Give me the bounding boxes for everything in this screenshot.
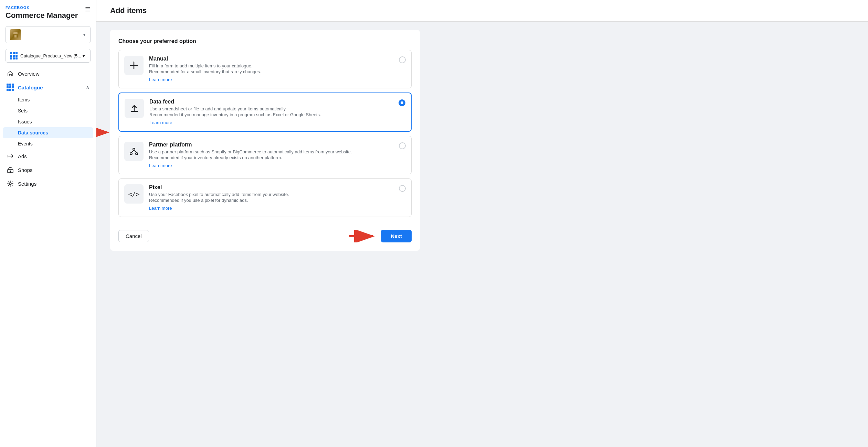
catalogue-sub-nav: Items Sets Issues Data sources Events [0, 94, 96, 149]
sidebar-brand-block: FACEBOOK Commerce Manager [6, 6, 78, 20]
catalogue-selector[interactable]: Catalogue_Products_New (5... ▼ [6, 49, 91, 63]
sidebar-item-shops-label: Shops [18, 167, 33, 173]
svg-rect-4 [10, 171, 11, 173]
manual-title: Manual [149, 56, 395, 62]
option-data-feed[interactable]: Data feed Use a spreadsheet or file to a… [118, 92, 412, 132]
manual-content: Manual Fill in a form to add multiple it… [149, 56, 395, 83]
sidebar-item-overview[interactable]: Overview [0, 67, 96, 80]
card-footer: Cancel Next [118, 224, 412, 242]
data-feed-radio[interactable] [399, 99, 405, 106]
footer-right: Next [349, 230, 412, 242]
partner-platform-learn-more[interactable]: Learn more [149, 163, 172, 168]
catalogue-grid-icon [10, 52, 18, 59]
main-content: Add items Choose your preferred option [96, 0, 868, 447]
catalogue-expand-icon: ∧ [86, 85, 89, 90]
catalogue-chevron: ▼ [81, 53, 86, 58]
svg-line-15 [134, 150, 137, 153]
sidebar-item-ads[interactable]: Ads [0, 149, 96, 163]
data-feed-rec: Recommended if you manage inventory in a… [149, 112, 394, 117]
page-title: Add items [110, 6, 854, 15]
app-title: Commerce Manager [6, 11, 78, 20]
catalogue-icon [7, 84, 14, 91]
shop-chevron: ▼ [83, 33, 86, 37]
manual-rec: Recommended for a small inventory that r… [149, 69, 395, 74]
sidebar: FACEBOOK Commerce Manager ☰ ▼ Cata [0, 0, 96, 447]
card-subtitle: Choose your preferred option [118, 38, 412, 44]
svg-point-13 [136, 153, 138, 155]
option-pixel[interactable]: </> Pixel Use your Facebook pixel to aut… [118, 178, 412, 217]
manual-icon [124, 56, 144, 75]
partner-platform-desc: Use a partner platform such as Shopify o… [149, 149, 395, 154]
data-feed-learn-more[interactable]: Learn more [149, 120, 172, 125]
shop-thumbnail-icon [12, 31, 19, 38]
sidebar-sub-issues[interactable]: Issues [0, 116, 96, 127]
pixel-rec: Recommended if you use a pixel for dynam… [149, 198, 395, 203]
next-arrow-svg [349, 230, 377, 242]
pixel-icon: </> [124, 184, 144, 204]
pixel-desc: Use your Facebook pixel to automatically… [149, 192, 395, 197]
manual-learn-more[interactable]: Learn more [149, 77, 172, 82]
pixel-content: Pixel Use your Facebook pixel to automat… [149, 184, 395, 211]
manual-desc: Fill in a form to add multiple items to … [149, 63, 395, 68]
data-feed-icon [125, 99, 144, 118]
svg-line-14 [131, 150, 134, 153]
main-body: Choose your preferred option [96, 22, 868, 447]
hamburger-icon[interactable]: ☰ [85, 6, 91, 13]
sidebar-item-shops[interactable]: Shops [0, 163, 96, 177]
cancel-button[interactable]: Cancel [118, 230, 149, 242]
options-container: Manual Fill in a form to add multiple it… [118, 50, 412, 217]
options-card: Choose your preferred option [110, 30, 420, 251]
sidebar-item-ads-label: Ads [18, 153, 27, 159]
svg-point-11 [133, 148, 135, 150]
svg-rect-2 [14, 35, 17, 37]
shops-icon [7, 166, 14, 173]
sidebar-item-settings[interactable]: Settings [0, 177, 96, 190]
next-button[interactable]: Next [381, 230, 412, 242]
pixel-learn-more[interactable]: Learn more [149, 206, 172, 211]
settings-icon [7, 180, 14, 187]
pixel-icon-text: </> [128, 190, 140, 198]
shop-selector[interactable]: ▼ [6, 26, 91, 43]
sidebar-sub-sets[interactable]: Sets [0, 105, 96, 116]
option-manual[interactable]: Manual Fill in a form to add multiple it… [118, 50, 412, 88]
shop-selector-inner [10, 29, 21, 40]
catalogue-selector-inner: Catalogue_Products_New (5... [10, 52, 81, 59]
arrow-svg [96, 126, 112, 139]
svg-rect-1 [13, 32, 18, 34]
pixel-radio[interactable] [399, 185, 406, 192]
data-feed-content: Data feed Use a spreadsheet or file to a… [149, 99, 394, 126]
svg-point-12 [130, 153, 132, 155]
partner-platform-title: Partner platform [149, 142, 395, 148]
home-icon [7, 70, 14, 77]
sidebar-sub-events[interactable]: Events [0, 138, 96, 149]
arrow-indicator [96, 126, 112, 139]
sidebar-sub-data-sources[interactable]: Data sources [3, 127, 93, 138]
sidebar-item-settings-label: Settings [18, 181, 36, 187]
data-feed-desc: Use a spreadsheet or file to add and upd… [149, 106, 394, 111]
sidebar-sub-items[interactable]: Items [0, 94, 96, 105]
partner-platform-icon [124, 142, 144, 161]
catalogue-label: Catalogue_Products_New (5... [20, 53, 81, 58]
sidebar-header: FACEBOOK Commerce Manager ☰ [0, 6, 96, 23]
partner-platform-radio[interactable] [399, 142, 406, 149]
sidebar-item-overview-label: Overview [18, 71, 40, 77]
shop-thumbnail [10, 29, 21, 40]
sidebar-nav: Overview Catalogue ∧ Items Sets Issues D… [0, 67, 96, 441]
data-feed-title: Data feed [149, 99, 394, 105]
page-header: Add items [96, 0, 868, 22]
partner-platform-content: Partner platform Use a partner platform … [149, 142, 395, 168]
ads-icon [7, 153, 14, 160]
partner-platform-rec: Recommended if your inventory already ex… [149, 155, 395, 160]
facebook-logo: FACEBOOK [6, 6, 78, 10]
manual-radio[interactable] [399, 56, 406, 63]
sidebar-item-catalogue-label: Catalogue [18, 85, 43, 90]
pixel-title: Pixel [149, 184, 395, 190]
sidebar-item-catalogue[interactable]: Catalogue ∧ [0, 80, 96, 94]
option-partner-platform[interactable]: Partner platform Use a partner platform … [118, 136, 412, 174]
svg-point-5 [9, 183, 11, 185]
